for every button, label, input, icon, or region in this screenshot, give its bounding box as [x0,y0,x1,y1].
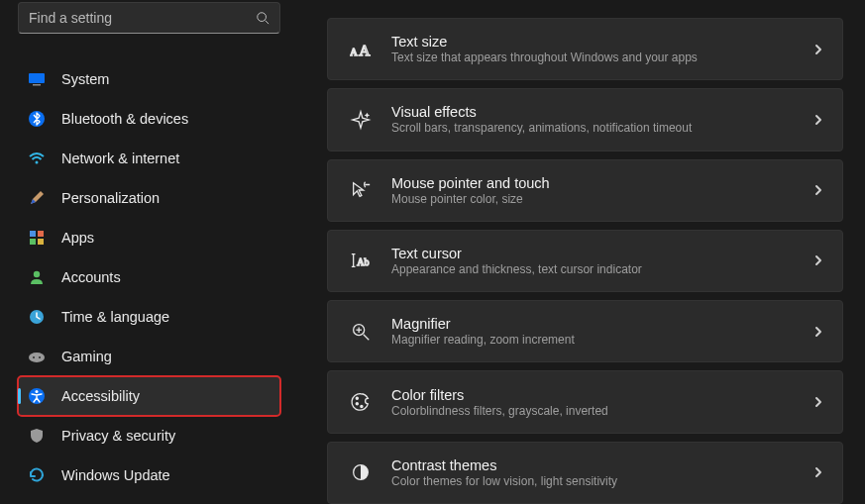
svg-point-16 [36,390,39,393]
card-text-cursor[interactable]: Ab Text cursor Appearance and thickness,… [327,230,843,292]
svg-point-12 [29,353,45,362]
card-title: Magnifier [391,316,812,332]
svg-line-21 [364,335,370,341]
sidebar-item-accounts[interactable]: Accounts [18,257,285,297]
svg-rect-3 [33,84,41,86]
contrast-icon [342,461,379,483]
svg-point-13 [33,356,35,358]
sidebar-item-bluetooth[interactable]: Bluetooth & devices [18,99,285,139]
magnifier-icon [342,321,379,343]
wifi-icon [28,150,46,167]
card-title: Text cursor [391,246,812,261]
card-title: Visual effects [391,104,812,120]
card-desc: Magnifier reading, zoom increment [391,333,812,347]
sidebar-item-label: Time & language [61,309,169,325]
svg-text:A: A [350,45,358,56]
card-text-size[interactable]: AA Text size Text size that appears thro… [327,18,843,80]
svg-rect-8 [30,239,36,245]
sidebar-item-label: Network & internet [61,151,179,166]
svg-point-24 [356,397,358,399]
sparkle-icon [342,109,379,131]
chevron-right-icon [812,326,824,338]
svg-text:Ab: Ab [357,256,369,267]
sidebar-item-label: Personalization [61,190,160,206]
card-visual-effects[interactable]: Visual effects Scroll bars, transparency… [327,88,843,151]
card-color-filters[interactable]: Color filters Colorblindness filters, gr… [327,370,843,433]
chevron-right-icon [812,466,824,478]
cursor-icon [342,179,379,201]
card-desc: Appearance and thickness, text cursor in… [391,262,812,276]
sidebar-item-label: Apps [61,230,94,246]
svg-rect-2 [29,73,45,83]
sidebar-item-privacy[interactable]: Privacy & security [18,416,285,455]
brush-icon [28,189,46,207]
chevron-right-icon [812,184,824,196]
svg-point-0 [258,13,267,22]
svg-rect-6 [30,231,36,237]
apps-icon [28,229,46,247]
sidebar-item-accessibility[interactable]: Accessibility [18,376,280,416]
system-icon [28,70,46,88]
svg-point-25 [356,403,358,405]
svg-line-1 [266,21,270,25]
card-title: Color filters [391,387,812,403]
search-input[interactable] [29,10,256,26]
card-magnifier[interactable]: Magnifier Magnifier reading, zoom increm… [327,300,843,362]
chevron-right-icon [812,114,824,126]
card-desc: Mouse pointer color, size [391,192,812,206]
sidebar-item-windows-update[interactable]: Windows Update [18,455,285,495]
sidebar-item-personalization[interactable]: Personalization [18,178,285,218]
sidebar-item-label: Accessibility [61,388,140,404]
svg-point-26 [361,406,363,408]
sidebar-item-label: Windows Update [61,467,170,483]
card-desc: Color themes for low vision, light sensi… [391,474,812,488]
chevron-right-icon [812,254,824,266]
sidebar-item-system[interactable]: System [18,59,285,99]
svg-rect-7 [38,231,44,237]
svg-rect-9 [38,239,44,245]
shield-icon [28,427,46,445]
sidebar-item-label: System [61,71,109,87]
update-icon [28,466,46,484]
card-contrast-themes[interactable]: Contrast themes Color themes for low vis… [327,442,843,504]
sidebar-item-time-language[interactable]: Time & language [18,297,285,337]
sidebar-item-label: Gaming [61,349,112,364]
svg-point-10 [34,271,40,277]
search-box[interactable] [18,2,280,34]
sidebar-item-gaming[interactable]: Gaming [18,337,285,376]
sidebar-nav: System Bluetooth & devices Network & int… [18,59,285,495]
chevron-right-icon [812,44,824,55]
svg-text:A: A [359,41,371,57]
card-title: Text size [391,34,812,50]
card-desc: Colorblindness filters, grayscale, inver… [391,404,812,418]
palette-icon [342,391,379,413]
text-cursor-icon: Ab [342,250,379,271]
card-title: Contrast themes [391,457,812,473]
sidebar-item-network[interactable]: Network & internet [18,139,285,178]
sidebar-item-label: Bluetooth & devices [61,111,188,127]
sidebar: System Bluetooth & devices Network & int… [0,0,297,504]
bluetooth-icon [28,110,46,128]
svg-point-14 [39,356,41,358]
clock-icon [28,308,46,326]
card-title: Mouse pointer and touch [391,175,812,191]
accessibility-icon [28,387,46,405]
sidebar-item-label: Accounts [61,269,121,285]
main-panel: AA Text size Text size that appears thro… [297,0,865,504]
card-desc: Scroll bars, transparency, animations, n… [391,121,812,135]
search-icon [256,11,270,25]
gaming-icon [28,348,46,365]
card-desc: Text size that appears throughout Window… [391,50,812,64]
sidebar-item-label: Privacy & security [61,428,175,444]
sidebar-item-apps[interactable]: Apps [18,218,285,257]
svg-point-5 [36,161,39,164]
person-icon [28,268,46,286]
chevron-right-icon [812,396,824,408]
text-size-icon: AA [342,39,379,60]
card-mouse-pointer[interactable]: Mouse pointer and touch Mouse pointer co… [327,159,843,222]
